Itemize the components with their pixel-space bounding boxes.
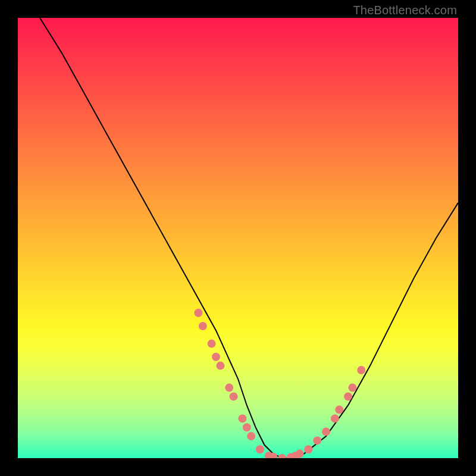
main-curve [40,18,458,458]
svg-point-3 [212,353,220,361]
curve-svg [18,18,458,458]
svg-point-21 [335,406,343,414]
svg-point-1 [199,322,207,330]
chart-frame: TheBottleneck.com [0,0,476,476]
svg-point-19 [322,428,330,436]
svg-point-20 [331,414,339,422]
svg-point-17 [304,445,312,453]
svg-point-6 [230,392,238,400]
svg-point-24 [357,366,365,374]
svg-point-13 [278,454,286,458]
svg-point-18 [313,436,321,444]
svg-point-9 [247,432,255,440]
svg-point-0 [194,309,202,317]
svg-point-5 [225,384,233,392]
highlight-dots [194,309,365,458]
svg-point-16 [296,450,304,458]
plot-area [18,18,458,458]
svg-point-10 [256,445,264,453]
svg-point-22 [344,392,352,400]
svg-point-7 [238,414,246,422]
svg-point-2 [208,340,216,348]
svg-point-23 [348,384,356,392]
svg-point-4 [216,362,224,370]
watermark-text: TheBottleneck.com [353,4,457,17]
svg-point-8 [243,423,251,431]
